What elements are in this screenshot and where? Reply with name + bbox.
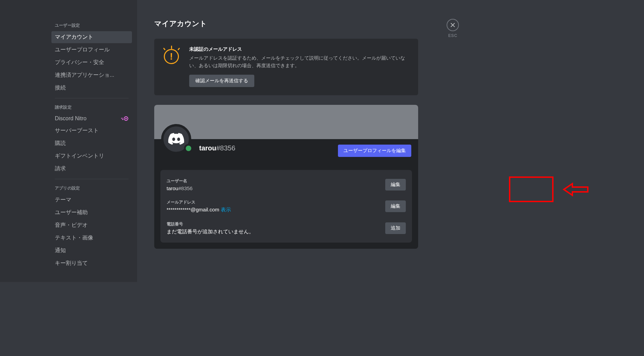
- field-label: 電話番号: [167, 221, 385, 227]
- avatar[interactable]: [161, 124, 194, 154]
- add-phone-button[interactable]: 追加: [385, 222, 406, 234]
- reveal-email-link[interactable]: 表示: [221, 207, 231, 212]
- field-email: メールアドレス ************@gmail.com表示 編集: [167, 197, 406, 219]
- sidebar-item-label: ギフトインベントリ: [55, 152, 104, 160]
- sidebar-item-connections[interactable]: 接続: [51, 82, 132, 94]
- field-username: ユーザー名 tarou#8356 編集: [167, 176, 406, 197]
- sidebar-item-label: 音声・ビデオ: [55, 222, 88, 229]
- sidebar-item-text[interactable]: テキスト・画像: [51, 232, 132, 244]
- sidebar-item-billing[interactable]: 請求: [51, 163, 132, 175]
- sidebar-item-label: ユーザー補助: [55, 209, 88, 216]
- settings-content: マイアカウント ! 未認証のメールアドレス メールアドレスを認証するため、メール…: [137, 0, 503, 282]
- email-unverified-notice: ! 未認証のメールアドレス メールアドレスを認証するため、メールをチェックして説…: [154, 39, 418, 95]
- profile-discriminator: #8356: [216, 144, 235, 152]
- edit-email-button[interactable]: 編集: [385, 200, 406, 212]
- svg-rect-2: [121, 118, 123, 119]
- field-label: ユーザー名: [167, 178, 385, 184]
- discord-logo-icon: [168, 133, 184, 145]
- sidebar-section-app: アプリの設定: [51, 183, 132, 193]
- resend-verification-button[interactable]: 確認メールを再送信する: [189, 75, 254, 87]
- status-online-icon: [184, 144, 193, 153]
- notice-text: メールアドレスを認証するため、メールをチェックして説明に従ってください。メールが…: [189, 54, 409, 69]
- sidebar-item-my-account[interactable]: マイアカウント: [51, 31, 132, 43]
- edit-username-button[interactable]: 編集: [385, 179, 406, 191]
- close-label: ESC: [447, 33, 459, 38]
- annotation-highlight-box: [509, 176, 554, 202]
- sidebar-separator: [55, 98, 129, 98]
- sidebar-section-user: ユーザー設定: [51, 21, 132, 30]
- svg-rect-3: [122, 119, 124, 120]
- nitro-icon: [121, 116, 129, 121]
- account-fields: ユーザー名 tarou#8356 編集 メールアドレス ************…: [160, 170, 412, 243]
- sidebar-section-billing: 請求設定: [51, 102, 132, 112]
- sidebar-item-label: 請求: [55, 165, 66, 172]
- field-value: tarou#8356: [167, 185, 385, 191]
- username-discrim: #8356: [178, 185, 193, 191]
- sidebar-item-apps[interactable]: 連携済アプリケーショ...: [51, 69, 132, 81]
- close-button[interactable]: [447, 19, 459, 31]
- sidebar-item-label: 通知: [55, 247, 66, 254]
- username-text: tarou: [167, 185, 178, 191]
- sidebar-item-label: Discord Nitro: [55, 115, 86, 122]
- field-value: まだ電話番号が追加されていません。: [167, 229, 385, 235]
- sidebar-item-label: マイアカウント: [55, 34, 93, 41]
- sidebar-item-boost[interactable]: サーバーブースト: [51, 125, 132, 137]
- close-icon: [450, 22, 455, 28]
- edit-user-profile-button[interactable]: ユーザープロフィールを編集: [338, 145, 411, 157]
- field-label: メールアドレス: [167, 199, 385, 205]
- sidebar-item-label: キー割り当て: [55, 260, 88, 267]
- sidebar-item-label: テーマ: [55, 196, 71, 204]
- sidebar-item-voice[interactable]: 音声・ビデオ: [51, 219, 132, 231]
- sidebar-item-privacy[interactable]: プライバシー・安全: [51, 57, 132, 69]
- page-title: マイアカウント: [154, 19, 490, 28]
- profile-display-name: tarou#8356: [194, 139, 235, 152]
- sidebar-item-nitro[interactable]: Discord Nitro: [51, 113, 132, 124]
- svg-point-1: [125, 118, 127, 119]
- sidebar-item-label: テキスト・画像: [55, 234, 93, 242]
- sidebar-item-accessibility[interactable]: ユーザー補助: [51, 207, 132, 219]
- profile-username: tarou: [199, 144, 216, 152]
- sidebar-item-label: 連携済アプリケーショ...: [55, 72, 114, 79]
- settings-sidebar: ユーザー設定 マイアカウント ユーザープロフィール プライバシー・安全 連携済ア…: [0, 0, 137, 282]
- annotation-arrow-icon: [562, 181, 590, 199]
- field-phone: 電話番号 まだ電話番号が追加されていません。 追加: [167, 219, 406, 236]
- email-masked: ************@gmail.com: [167, 207, 219, 212]
- sidebar-item-label: プライバシー・安全: [55, 59, 104, 66]
- sidebar-item-gifts[interactable]: ギフトインベントリ: [51, 150, 132, 162]
- field-value: ************@gmail.com表示: [167, 207, 385, 213]
- warning-icon: !: [163, 48, 180, 65]
- notice-title: 未認証のメールアドレス: [189, 46, 409, 52]
- sidebar-item-user-profile[interactable]: ユーザープロフィール: [51, 44, 132, 56]
- sidebar-item-label: サーバーブースト: [55, 127, 99, 134]
- profile-card: tarou#8356 ユーザープロフィールを編集 ユーザー名 tarou#835…: [154, 105, 418, 249]
- sidebar-item-keybinds[interactable]: キー割り当て: [51, 257, 132, 269]
- sidebar-item-label: 購読: [55, 140, 66, 147]
- sidebar-item-notifications[interactable]: 通知: [51, 245, 132, 257]
- sidebar-item-subscriptions[interactable]: 購読: [51, 137, 132, 149]
- sidebar-item-label: ユーザープロフィール: [55, 46, 110, 53]
- sidebar-separator: [55, 179, 129, 179]
- profile-banner: [154, 105, 418, 139]
- sidebar-item-label: 接続: [55, 84, 66, 91]
- sidebar-item-theme[interactable]: テーマ: [51, 194, 132, 206]
- close-settings: ESC: [447, 19, 459, 38]
